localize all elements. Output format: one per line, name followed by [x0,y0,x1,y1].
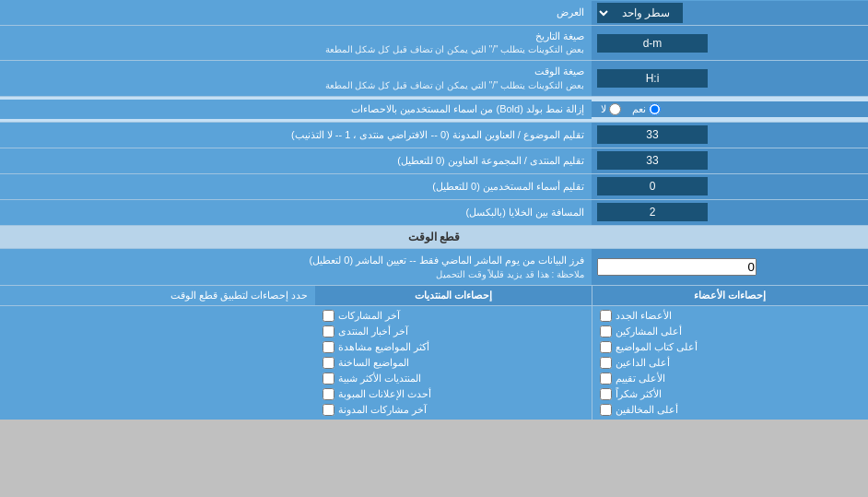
checkbox-item-top-rated: الأعلى تقييم [600,371,862,386]
topics-order-label: تقليم الموضوع / العناوين المدونة (0 -- ا… [0,123,592,148]
time-format-label: صيغة الوقت بعض التكوينات يتطلب "/" التي … [0,61,592,95]
checkbox-item-last-news: آخر أخبار المنتدى [323,324,584,339]
checkbox-last-posts[interactable] [323,310,334,322]
checkbox-item-most-thanked: الأكثر شكراً [600,386,862,402]
col1-checkboxes: آخر المشاركات آخر أخبار المنتدى أكثر الم… [315,306,592,420]
bold-remove-yes-label[interactable]: نعم [632,103,661,115]
time-cut-label: فرز البيانات من يوم الماشر الماضي فقط --… [0,249,592,286]
time-format-label-line1: صيغة الوقت [325,65,584,78]
cell-spacing-label: المسافة بين الخلايا (بالبكسل) [0,200,592,225]
checkbox-most-viewed-label: أكثر المواضيع مشاهدة [338,341,429,353]
time-format-label-line2: بعض التكوينات يتطلب "/" التي يمكن ان تضا… [325,79,584,92]
users-order-row: تقليم أسماء المستخدمين (0 للتعطيل) [0,174,868,200]
time-cut-label-line1: فرز البيانات من يوم الماشر الماضي فقط --… [7,253,584,268]
users-order-input[interactable] [597,177,708,195]
cell-spacing-row: المسافة بين الخلايا (بالبكسل) [0,200,868,226]
bold-remove-no-text: لا [601,103,606,115]
checkbox-most-viewed[interactable] [323,341,334,353]
date-format-label-line1: صيغة التاريخ [325,30,584,43]
bold-remove-yes-radio[interactable] [649,103,661,115]
checkbox-item-most-similar: المنتديات الأكثر شبية [323,371,584,386]
main-container: العرض سطر واحد سطرين ثلاثة أسطر صيغة الت… [0,0,868,420]
checkbox-last-news-label: آخر أخبار المنتدى [338,325,408,337]
stats-section: حدد إحصاءات لتطبيق قطع الوقت إحصاءات الم… [0,286,868,420]
checkboxes-wrapper: آخر المشاركات آخر أخبار المنتدى أكثر الم… [0,306,868,420]
checkbox-hot-topics-label: المواضيع الساخنة [338,357,409,369]
time-cut-header-text: قطع الوقت [408,231,460,243]
checkbox-new-members-label: الأعضاء الجدد [616,310,672,322]
topics-order-row: تقليم الموضوع / العناوين المدونة (0 -- ا… [0,123,868,148]
checkbox-item-top-posters: أعلى المشاركين [600,324,862,339]
checkbox-item-last-posts: آخر المشاركات [323,308,584,324]
checkbox-item-latest-ads: أحدث الإعلانات المبوبة [323,386,584,402]
time-cut-header: قطع الوقت [0,226,868,249]
forum-order-input-wrapper [592,148,868,173]
time-cut-input-wrapper [592,249,868,286]
users-order-label: تقليم أسماء المستخدمين (0 للتعطيل) [0,174,592,199]
checkbox-hot-topics[interactable] [323,357,334,369]
time-cut-row: فرز البيانات من يوم الماشر الماضي فقط --… [0,249,868,287]
checkbox-top-violators-label: أعلى المخالفين [616,404,678,416]
checkboxes-cols: آخر المشاركات آخر أخبار المنتدى أكثر الم… [315,306,868,420]
time-format-input-wrapper [592,61,868,95]
checkbox-last-blog[interactable] [323,404,334,416]
checkbox-top-violators[interactable] [600,404,612,416]
users-order-input-wrapper [592,174,868,199]
date-format-label-line2: بعض التكوينات يتطلب "/" التي يمكن ان تضا… [325,43,584,56]
col1-header: إحصاءات المنتديات [315,286,592,305]
checkbox-top-posters-label: أعلى المشاركين [616,325,682,337]
date-format-label: صيغة التاريخ بعض التكوينات يتطلب "/" الت… [0,26,592,60]
topics-order-input-wrapper [592,123,868,148]
checkbox-top-rated[interactable] [600,373,612,385]
checkbox-most-similar-label: المنتديات الأكثر شبية [338,373,421,385]
bold-remove-no-radio[interactable] [609,103,621,115]
date-format-input[interactable] [597,34,708,53]
col2-header: إحصاءات الأعضاء [592,286,869,305]
checkbox-top-inviters-label: أعلى الداعين [616,357,670,369]
checkbox-item-hot-topics: المواضيع الساخنة [323,355,584,371]
bold-remove-row: إزالة نمط بولد (Bold) من اسماء المستخدمي… [0,97,868,123]
checkbox-top-topic-writers-label: أعلى كتاب المواضيع [616,341,698,353]
forum-order-label: تقليم المنتدى / المجموعة العناوين (0 للت… [0,148,592,173]
bold-remove-label: إزالة نمط بولد (Bold) من اسماء المستخدمي… [0,100,592,119]
date-format-row: صيغة التاريخ بعض التكوينات يتطلب "/" الت… [0,26,868,61]
checkbox-item-top-topic-writers: أعلى كتاب المواضيع [600,339,862,355]
stats-header-label: حدد إحصاءات لتطبيق قطع الوقت [0,286,315,305]
checkbox-top-inviters[interactable] [600,357,612,369]
checkbox-last-blog-label: آخر مشاركات المدونة [338,404,427,416]
checkbox-new-members[interactable] [600,310,612,322]
checkbox-item-most-viewed: أكثر المواضيع مشاهدة [323,339,584,355]
checkbox-top-rated-label: الأعلى تقييم [616,373,665,385]
time-format-row: صيغة الوقت بعض التكوينات يتطلب "/" التي … [0,61,868,96]
checkbox-most-similar[interactable] [323,373,334,385]
date-format-input-wrapper [592,26,868,60]
checkbox-latest-ads-label: أحدث الإعلانات المبوبة [338,388,431,400]
cell-spacing-input-wrapper [592,200,868,225]
checkbox-top-posters[interactable] [600,325,612,337]
display-control: سطر واحد سطرين ثلاثة أسطر [592,1,868,25]
time-format-input[interactable] [597,69,708,88]
checkbox-item-top-violators: أعلى المخالفين [600,402,862,418]
display-row: العرض سطر واحد سطرين ثلاثة أسطر [0,0,868,26]
checkbox-item-last-blog: آخر مشاركات المدونة [323,402,584,418]
checkbox-most-thanked[interactable] [600,388,612,400]
checkbox-last-news[interactable] [323,325,334,337]
forum-order-input[interactable] [597,151,708,170]
time-cut-input[interactable] [597,258,757,276]
cell-spacing-input[interactable] [597,203,708,221]
checkbox-item-new-members: الأعضاء الجدد [600,308,862,324]
checkboxes-label-area [0,306,315,420]
checkbox-latest-ads[interactable] [323,388,334,400]
stats-header-row: حدد إحصاءات لتطبيق قطع الوقت إحصاءات الم… [0,286,868,306]
bold-remove-no-label[interactable]: لا [601,103,621,115]
stats-columns-header: إحصاءات المنتديات إحصاءات الأعضاء [315,286,868,305]
forum-order-row: تقليم المنتدى / المجموعة العناوين (0 للت… [0,148,868,174]
checkbox-last-posts-label: آخر المشاركات [338,310,400,322]
bold-remove-yes-text: نعم [632,103,646,115]
checkbox-top-topic-writers[interactable] [600,341,612,353]
display-select[interactable]: سطر واحد سطرين ثلاثة أسطر [597,3,683,23]
checkbox-most-thanked-label: الأكثر شكراً [616,388,662,400]
bold-remove-control: نعم لا [592,101,868,117]
col2-checkboxes: الأعضاء الجدد أعلى المشاركين أعلى كتاب ا… [592,306,869,420]
topics-order-input[interactable] [597,125,708,144]
